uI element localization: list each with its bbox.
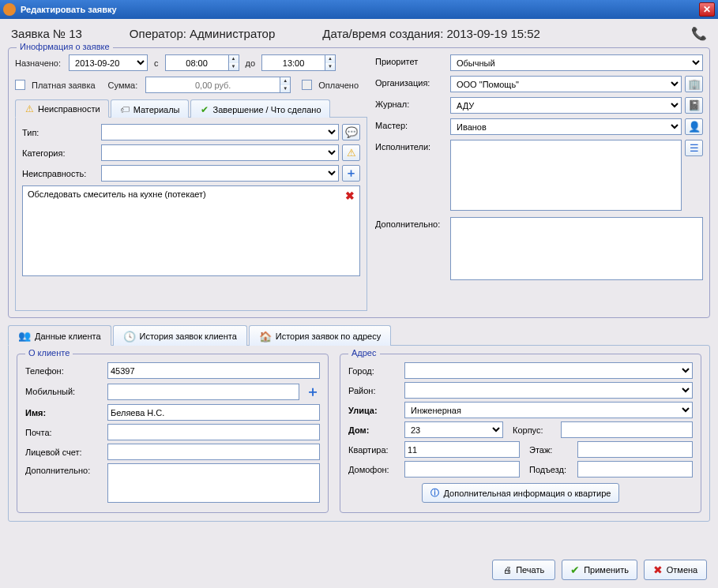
phone-input[interactable] bbox=[107, 362, 320, 379]
house-select[interactable]: 23 bbox=[404, 421, 503, 438]
paid-label: Платная заявка bbox=[32, 81, 96, 90]
client-additional-textarea[interactable] bbox=[107, 463, 320, 503]
paid-done-checkbox bbox=[302, 80, 312, 90]
paid-checkbox[interactable] bbox=[15, 80, 25, 90]
account-label: Лицевой счет: bbox=[25, 448, 103, 457]
close-button[interactable]: ✕ bbox=[699, 2, 715, 17]
priority-select[interactable]: Обычный bbox=[450, 54, 703, 71]
fault-item: Обследовать смеситель на кухне (потекает… bbox=[23, 186, 359, 205]
org-label: Организация: bbox=[375, 76, 450, 88]
type-select[interactable] bbox=[101, 124, 339, 140]
assigned-date-select[interactable]: 2013-09-20 bbox=[69, 54, 148, 71]
sum-down: ▼ bbox=[280, 85, 290, 93]
entry-input[interactable] bbox=[577, 461, 693, 478]
street-select[interactable]: Инженерная bbox=[404, 402, 693, 418]
district-label: Район: bbox=[348, 386, 400, 395]
add-mobile-icon[interactable]: ＋ bbox=[306, 382, 320, 401]
header: Заявка № 13 Оператор: Администратор Дата… bbox=[0, 19, 718, 44]
floor-input[interactable] bbox=[577, 441, 693, 458]
phone-icon[interactable]: 📞 bbox=[691, 25, 707, 41]
print-button[interactable]: 🖨Печать bbox=[492, 560, 555, 580]
assigned-label: Назначено: bbox=[15, 58, 61, 68]
category-select[interactable] bbox=[101, 144, 339, 161]
clock-icon: 🕓 bbox=[123, 331, 136, 343]
tab-address-history[interactable]: 🏠История заявок по адресу bbox=[249, 325, 391, 346]
check-icon: ✔ bbox=[199, 104, 210, 115]
master-select[interactable]: Иванов bbox=[450, 118, 682, 135]
flat-input[interactable] bbox=[404, 441, 520, 458]
info-icon: ⓘ bbox=[430, 487, 439, 499]
type-hint-button[interactable]: 💬 bbox=[342, 124, 360, 140]
tag-icon: 🏷 bbox=[119, 104, 130, 115]
sum-label: Сумма: bbox=[108, 81, 138, 90]
about-client-fieldset: О клиенте Телефон: Мобильный:＋ Имя: Почт… bbox=[17, 354, 329, 513]
time-to-up[interactable]: ▲ bbox=[325, 55, 335, 63]
fault-tabs: ⚠Неисправности 🏷Материалы ✔Завершение / … bbox=[15, 99, 367, 118]
flat-info-button[interactable]: ⓘДополнительная информация о квартире bbox=[422, 483, 620, 503]
tab-faults[interactable]: ⚠Неисправности bbox=[15, 99, 109, 118]
home-icon: 🏠 bbox=[259, 331, 272, 343]
additional-label: Дополнительно: bbox=[375, 217, 450, 229]
client-panel: О клиенте Телефон: Мобильный:＋ Имя: Почт… bbox=[8, 345, 710, 522]
intercom-label: Домофон: bbox=[348, 465, 400, 474]
master-button[interactable]: 👤 bbox=[685, 118, 703, 135]
faults-list: Обследовать смеситель на кухне (потекает… bbox=[22, 185, 360, 276]
apply-button[interactable]: ✔Применить bbox=[562, 560, 637, 580]
corp-label: Корпус: bbox=[513, 425, 556, 435]
printer-icon: 🖨 bbox=[503, 565, 512, 575]
time-from-down[interactable]: ▼ bbox=[229, 63, 239, 71]
intercom-input[interactable] bbox=[404, 461, 520, 478]
additional-textarea[interactable] bbox=[450, 217, 703, 280]
journal-select[interactable]: АДУ bbox=[450, 97, 682, 114]
tab-completion[interactable]: ✔Завершение / Что сделано bbox=[190, 99, 330, 118]
paid-done-label: Оплачено bbox=[318, 81, 359, 90]
to-label: до bbox=[246, 58, 256, 68]
priority-label: Приоритет bbox=[375, 54, 450, 66]
tab-client-history[interactable]: 🕓История заявок клиента bbox=[113, 325, 247, 346]
apply-icon: ✔ bbox=[570, 564, 580, 576]
mobile-input[interactable] bbox=[107, 384, 299, 400]
phone-label: Телефон: bbox=[25, 366, 103, 376]
performers-list-button[interactable]: ☰ bbox=[685, 140, 703, 156]
type-label: Тип: bbox=[22, 128, 101, 137]
cancel-button[interactable]: ✖Отмена bbox=[644, 560, 707, 580]
created-label: Дата/время создания: 2013-09-19 15:52 bbox=[322, 27, 540, 40]
mail-input[interactable] bbox=[107, 424, 320, 440]
order-info-fieldset: Инофрмация о заявке Назначено: 2013-09-2… bbox=[8, 47, 710, 318]
org-button[interactable]: 🏢 bbox=[685, 76, 703, 92]
corp-input[interactable] bbox=[561, 421, 693, 438]
time-to-input[interactable] bbox=[261, 54, 325, 71]
delete-fault-icon[interactable]: ✖ bbox=[345, 189, 355, 202]
city-label: Город: bbox=[348, 366, 400, 376]
tab-materials[interactable]: 🏷Материалы bbox=[111, 99, 189, 118]
order-info-legend: Инофрмация о заявке bbox=[17, 42, 113, 51]
fault-select[interactable] bbox=[101, 165, 339, 182]
sum-up: ▲ bbox=[280, 77, 290, 85]
name-input[interactable] bbox=[107, 404, 320, 421]
district-select[interactable] bbox=[404, 382, 693, 399]
street-label: Улица: bbox=[348, 406, 400, 415]
name-label: Имя: bbox=[25, 408, 103, 418]
titlebar: Редактировать заявку ✕ bbox=[0, 0, 718, 19]
account-input[interactable] bbox=[107, 444, 320, 460]
city-select[interactable] bbox=[404, 362, 693, 379]
address-fieldset: Адрес Город: Район: Улица:Инженерная Дом… bbox=[340, 354, 701, 513]
time-from-input[interactable] bbox=[165, 54, 228, 71]
category-label: Категория: bbox=[22, 148, 101, 158]
add-fault-button[interactable]: ＋ bbox=[342, 165, 360, 182]
window-title: Редактировать заявку bbox=[21, 5, 117, 14]
people-icon: 👥 bbox=[18, 330, 31, 342]
journal-button[interactable]: 📓 bbox=[685, 97, 703, 114]
flat-label: Квартира: bbox=[348, 445, 400, 455]
org-select[interactable]: ООО "Помощь" bbox=[450, 76, 682, 92]
entry-label: Подъезд: bbox=[529, 465, 573, 474]
tab-client-data[interactable]: 👥Данные клиента bbox=[8, 325, 111, 346]
client-additional-label: Дополнительно: bbox=[25, 463, 103, 475]
category-warn-button[interactable]: ⚠ bbox=[342, 144, 360, 161]
time-from-up[interactable]: ▲ bbox=[229, 55, 239, 63]
from-label: с bbox=[154, 58, 159, 68]
time-to-down[interactable]: ▼ bbox=[325, 63, 335, 71]
cancel-icon: ✖ bbox=[653, 564, 663, 576]
footer: 🖨Печать ✔Применить ✖Отмена bbox=[0, 553, 718, 588]
performers-textarea[interactable] bbox=[450, 140, 682, 211]
